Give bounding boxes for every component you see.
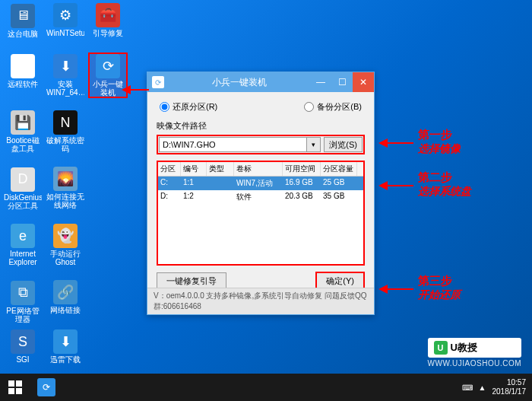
icon-label: Bootice磁盘工具 [4, 136, 42, 153]
arrow-step2 [377, 178, 415, 193]
desktop-icon[interactable]: 🖥这台电脑 [3, 4, 43, 49]
icon-label: 安装WIN7_64… [46, 80, 84, 97]
desktop-icon[interactable]: 👻手动运行Ghost [46, 224, 85, 269]
app-icon: ⧉ [11, 281, 35, 305]
arrow-step3 [377, 282, 415, 297]
app-icon: 🌄 [53, 167, 78, 191]
minimize-button[interactable]: — [310, 72, 331, 92]
svg-rect-5 [16, 380, 22, 387]
desktop-icon[interactable]: 💾Bootice磁盘工具 [3, 110, 43, 156]
icon-label: 远程软件 [8, 80, 38, 88]
icon-label: WinNTSetup [46, 29, 84, 37]
app-icon: e [11, 224, 35, 248]
browse-button[interactable]: 浏览(S) [324, 137, 363, 152]
step3-annotation: 第三步 开始还原 [418, 274, 461, 302]
icon-label: 这台电脑 [8, 30, 38, 38]
desktop-icon[interactable]: ⬇安装WIN7_64… [46, 54, 85, 100]
taskbar: ⟳ ⌨ ▲ 10:57 2018/1/17 [0, 374, 532, 401]
app-icon: ⬇ [53, 54, 78, 78]
path-label: 映像文件路径 [157, 120, 365, 132]
svg-rect-7 [16, 388, 22, 394]
app-icon: S [11, 329, 35, 354]
tray-keyboard-icon[interactable]: ⌨ [462, 383, 473, 392]
app-icon: 🔗 [53, 280, 78, 304]
desktop-icon[interactable]: ⚙WinNTSetup [46, 3, 85, 49]
icon-label: 破解系统密码 [46, 136, 84, 153]
app-icon: D [11, 167, 35, 192]
restore-radio[interactable]: 还原分区(R) [160, 101, 217, 113]
desktop-icon[interactable]: 🧰引导修复 [88, 3, 128, 49]
windows-icon [8, 380, 22, 394]
step1-annotation: 第一步 选择镜像 [418, 128, 461, 156]
app-icon: N [53, 110, 78, 135]
app-icon: ⟳ [96, 54, 120, 78]
path-row: ▾ 浏览(S) [157, 135, 365, 154]
logo-icon: U [434, 341, 448, 355]
window-title: 小兵一键装机 [169, 76, 310, 89]
app-icon: ⚙ [53, 3, 78, 27]
app-icon: 💾 [11, 110, 35, 135]
icon-label: SGI [16, 355, 29, 364]
start-button[interactable] [0, 374, 30, 401]
partition-table: 分区 编号 类型 卷标 可用空间 分区容量 C:1:1WIN7,活动16.9 G… [157, 161, 365, 266]
installer-window: ⟳ 小兵一键装机 — ☐ ✕ 还原分区(R) 备份分区(B) 映像文件路径 ▾ … [147, 72, 375, 315]
app-icon: 👻 [53, 224, 78, 248]
icon-label: 如何连接无线网络 [46, 193, 84, 209]
desktop-icon[interactable]: ⧉PE网络管理器 [3, 281, 43, 326]
app-icon: ☁ [11, 54, 35, 78]
step2-annotation: 第二步 选择系统盘 [418, 170, 471, 199]
version-bar: V：oem4.0.0.0 支持多种镜像,多系统引导自动修复 问题反馈QQ群:60… [147, 288, 374, 314]
icon-label: DiskGenius分区工具 [4, 193, 42, 210]
desktop-icon[interactable]: 🔗网络链接 [46, 280, 85, 326]
taskbar-item-installer[interactable]: ⟳ [30, 374, 62, 401]
app-icon: ⟳ [152, 76, 164, 88]
tray-flag-icon[interactable]: ▲ [479, 383, 486, 392]
icon-label: 引导修复 [93, 29, 123, 37]
path-dropdown-icon[interactable]: ▾ [307, 137, 321, 152]
icon-label: 迅雷下载 [50, 355, 81, 364]
desktop-icon[interactable]: N破解系统密码 [46, 110, 85, 156]
app-icon: 🖥 [11, 4, 35, 28]
desktop-icon[interactable]: SSGI [3, 329, 43, 375]
close-button[interactable]: ✕ [353, 72, 374, 92]
desktop-icon[interactable]: 🌄如何连接无线网络 [46, 167, 85, 212]
app-icon: 🧰 [96, 3, 120, 27]
table-row[interactable]: C:1:1WIN7,活动16.9 GB25 GB [158, 177, 363, 190]
titlebar[interactable]: ⟳ 小兵一键装机 — ☐ ✕ [147, 72, 374, 92]
icon-label: 网络链接 [50, 306, 81, 314]
desktop: 🖥这台电脑⚙WinNTSetup🧰引导修复☁远程软件⬇安装WIN7_64…⟳小兵… [0, 0, 137, 375]
tray-clock[interactable]: 10:57 2018/1/17 [492, 378, 527, 396]
app-icon: ⬇ [53, 329, 78, 354]
svg-rect-6 [8, 388, 14, 394]
desktop-icon[interactable]: ⬇迅雷下载 [46, 329, 85, 375]
desktop-icon[interactable]: DDiskGenius分区工具 [3, 167, 43, 213]
icon-label: 手动运行Ghost [46, 250, 84, 266]
maximize-button[interactable]: ☐ [331, 72, 353, 92]
backup-radio[interactable]: 备份分区(B) [304, 101, 362, 113]
system-tray: ⌨ ▲ 10:57 2018/1/17 [462, 378, 532, 396]
arrow-to-icon [120, 82, 150, 97]
arrow-step1 [377, 135, 415, 151]
svg-rect-4 [8, 380, 14, 387]
watermark: U U教授 WWW.UJIAOSHOU.COM [428, 338, 522, 368]
desktop-icon[interactable]: eInternet Explorer [3, 224, 43, 269]
icon-label: PE网络管理器 [4, 307, 42, 323]
desktop-icon[interactable]: ☁远程软件 [3, 54, 43, 100]
image-path-input[interactable] [159, 137, 307, 152]
table-row[interactable]: D:1:2软件20.3 GB35 GB [158, 190, 363, 204]
icon-label: Internet Explorer [4, 250, 42, 266]
table-header: 分区 编号 类型 卷标 可用空间 分区容量 [158, 162, 363, 177]
